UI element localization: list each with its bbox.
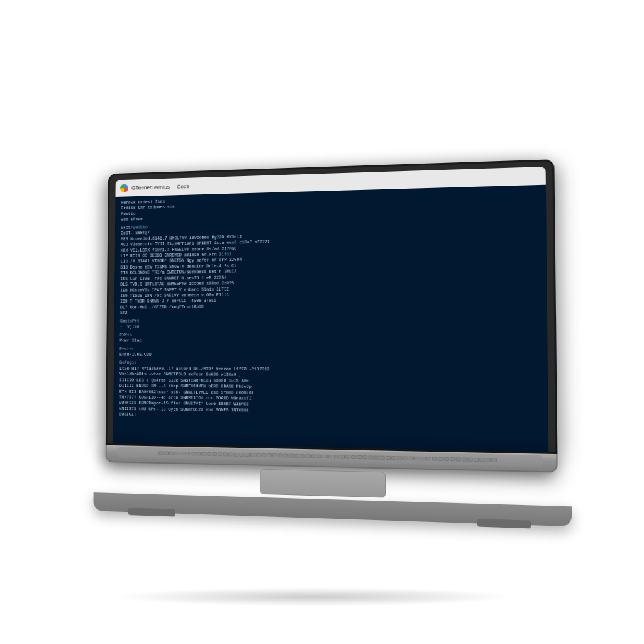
key <box>196 452 201 456</box>
key <box>385 456 390 460</box>
laptop-foot-right <box>477 519 531 528</box>
key <box>374 455 379 459</box>
key <box>217 452 222 456</box>
key <box>255 453 260 457</box>
key <box>328 455 333 458</box>
key <box>212 452 217 456</box>
laptop: GTeenerTeentus Code Rerowk ordesi fsasOr… <box>105 159 557 473</box>
terminal-window[interactable]: Rerowk ordesi fsasOrdiss Cnr tsdomes.sns… <box>113 185 549 452</box>
terminal-line: Poer Xlac <box>119 338 540 344</box>
key <box>272 453 277 457</box>
key <box>333 455 338 458</box>
key <box>408 457 413 460</box>
key <box>391 456 396 460</box>
key <box>250 453 255 457</box>
laptop-shadow <box>113 587 515 606</box>
key <box>206 452 211 456</box>
key <box>311 454 316 458</box>
key <box>485 458 491 462</box>
key <box>345 455 350 458</box>
key <box>455 457 460 461</box>
key <box>261 453 266 457</box>
key <box>402 456 408 460</box>
key <box>397 456 402 460</box>
key <box>426 457 431 460</box>
key <box>164 451 169 455</box>
browser-title: GTeenerTeentus <box>131 184 170 191</box>
key <box>245 453 250 457</box>
key <box>174 452 179 455</box>
scene: GTeenerTeentus Code Rerowk ordesi fsasOr… <box>0 0 644 644</box>
key <box>190 452 195 455</box>
key <box>467 458 472 462</box>
screen-lid: GTeenerTeentus Code Rerowk ordesi fsasOr… <box>106 159 558 454</box>
key <box>351 455 356 459</box>
key <box>438 457 443 461</box>
laptop-foot-left <box>128 508 175 516</box>
key <box>450 457 455 461</box>
key <box>179 452 184 455</box>
key <box>368 455 373 459</box>
key <box>431 457 436 460</box>
key <box>277 453 282 457</box>
key <box>169 452 174 455</box>
screen-bezel: GTeenerTeentus Code Rerowk ordesi fsasOr… <box>113 167 549 452</box>
key <box>379 456 384 460</box>
key <box>300 454 305 458</box>
terminal-line: EXfip <box>120 331 541 338</box>
key <box>201 452 206 456</box>
terminal-line: ~ 'V):se <box>120 323 541 330</box>
chrome-icon <box>120 184 128 192</box>
key <box>306 454 311 458</box>
key <box>267 453 272 457</box>
key <box>479 458 485 462</box>
key <box>362 455 367 459</box>
key <box>294 454 299 458</box>
key <box>289 454 294 458</box>
terminal-line: Enth/lU6S.COD <box>119 352 541 359</box>
key <box>239 453 244 457</box>
key <box>185 452 190 455</box>
key <box>158 451 164 455</box>
key <box>223 452 228 456</box>
trackpad[interactable] <box>260 469 386 498</box>
key <box>473 458 478 462</box>
key <box>322 455 327 458</box>
key <box>283 453 288 457</box>
key <box>491 458 497 462</box>
key <box>420 457 425 460</box>
key <box>233 453 238 457</box>
key <box>339 455 344 458</box>
key <box>461 457 466 461</box>
browser-menu: Code <box>177 183 189 189</box>
key <box>228 453 233 457</box>
key <box>317 455 322 458</box>
key <box>443 457 448 461</box>
key <box>414 457 419 460</box>
key <box>357 455 362 459</box>
